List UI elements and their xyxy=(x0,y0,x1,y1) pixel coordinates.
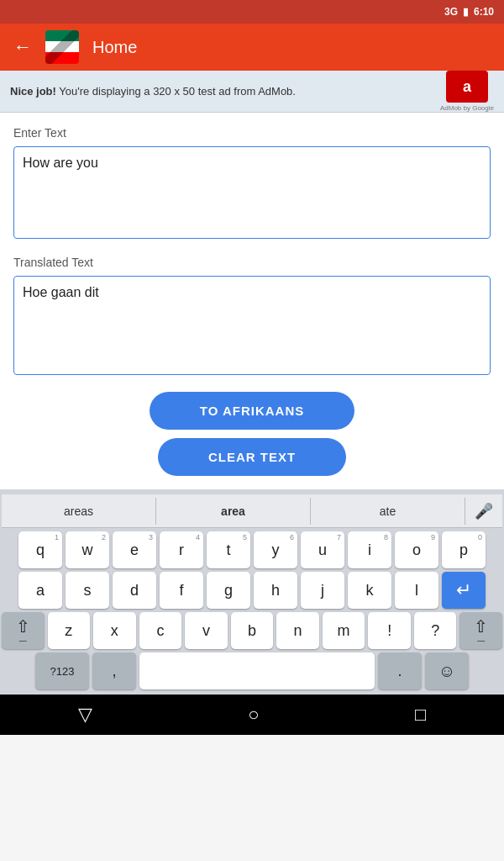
key-z[interactable]: z xyxy=(48,612,91,649)
key-y[interactable]: 6y xyxy=(254,531,297,568)
admob-sub-label: AdMob by Google xyxy=(440,104,494,112)
keyboard-row-3: ⇧— z x c v b n m ! ? ⇧— xyxy=(2,612,502,649)
nav-bar: ▽ ○ □ xyxy=(0,695,504,735)
app-bar: ← Home xyxy=(0,24,504,71)
app-title: Home xyxy=(92,38,137,57)
key-c[interactable]: c xyxy=(139,612,182,649)
battery-icon: ▮ xyxy=(463,6,469,18)
main-content: Enter Text How are you Translated Text H… xyxy=(0,113,504,489)
ad-bold-text: Nice job! xyxy=(10,85,56,98)
suggestion-areas[interactable]: areas xyxy=(2,498,156,525)
ad-body-text: You're displaying a 320 x 50 xyxy=(56,85,195,98)
key-n[interactable]: n xyxy=(276,612,319,649)
keyboard: areas area ate 🎤 1q 2w 3e 4r 5t 6y 7u 8i… xyxy=(0,489,504,695)
key-t[interactable]: 5t xyxy=(207,531,250,568)
key-s[interactable]: s xyxy=(66,572,109,609)
signal-icon: 3G xyxy=(444,6,458,18)
admob-logo-container: a AdMob by Google xyxy=(440,71,494,112)
comma-key[interactable]: , xyxy=(92,652,136,689)
input-text-field[interactable]: How are you xyxy=(13,146,491,239)
key-e[interactable]: 3e xyxy=(113,531,156,568)
key-u[interactable]: 7u xyxy=(301,531,344,568)
clear-text-button[interactable]: CLEAR TEXT xyxy=(158,438,346,476)
admob-logo: a xyxy=(446,71,488,103)
shift-key[interactable]: ⇧— xyxy=(2,612,45,649)
key-i[interactable]: 8i xyxy=(348,531,391,568)
enter-key[interactable]: ↵ xyxy=(442,572,486,609)
translated-text-display: Hoe gaan dit xyxy=(13,276,491,375)
keyboard-row-1: 1q 2w 3e 4r 5t 6y 7u 8i 9o 0p xyxy=(2,531,502,568)
nav-back-icon[interactable]: ▽ xyxy=(78,704,92,726)
key-g[interactable]: g xyxy=(207,572,250,609)
suggestion-area[interactable]: area xyxy=(156,498,311,525)
key-o[interactable]: 9o xyxy=(395,531,438,568)
space-key[interactable] xyxy=(139,652,375,689)
nav-recent-icon[interactable]: □ xyxy=(415,704,426,726)
status-icons: 3G ▮ 6:10 xyxy=(444,6,494,18)
back-button[interactable]: ← xyxy=(13,38,32,56)
key-m[interactable]: m xyxy=(323,612,365,649)
key-h[interactable]: h xyxy=(254,572,297,609)
translated-label: Translated Text xyxy=(13,256,491,269)
ad-text: Nice job! You're displaying a 320 x 50 t… xyxy=(10,85,430,98)
key-exclaim[interactable]: ! xyxy=(368,612,411,649)
key-l[interactable]: l xyxy=(395,572,438,609)
key-a[interactable]: a xyxy=(18,572,62,609)
keyboard-suggestions-row: areas area ate 🎤 xyxy=(2,494,502,528)
key-w[interactable]: 2w xyxy=(66,531,109,568)
keyboard-row-2: a s d f g h j k l ↵ xyxy=(2,572,502,609)
key-k[interactable]: k xyxy=(348,572,391,609)
status-bar: 3G ▮ 6:10 xyxy=(0,0,504,24)
key-v[interactable]: v xyxy=(185,612,228,649)
key-q[interactable]: 1q xyxy=(18,531,62,568)
suggestion-ate[interactable]: ate xyxy=(311,498,465,525)
translated-section: Translated Text Hoe gaan dit xyxy=(13,256,491,375)
app-flag-icon xyxy=(45,30,79,64)
key-b[interactable]: b xyxy=(231,612,274,649)
ad-banner: Nice job! You're displaying a 320 x 50 t… xyxy=(0,71,504,113)
period-key[interactable]: . xyxy=(378,652,422,689)
key-f[interactable]: f xyxy=(160,572,203,609)
key-d[interactable]: d xyxy=(113,572,156,609)
enter-text-label: Enter Text xyxy=(13,126,491,140)
to-afrikaans-button[interactable]: TO AFRIKAANS xyxy=(150,392,355,430)
emoji-key[interactable]: ☺ xyxy=(425,652,469,689)
action-buttons: TO AFRIKAANS CLEAR TEXT xyxy=(13,392,491,476)
key-question[interactable]: ? xyxy=(414,612,457,649)
key-x[interactable]: x xyxy=(93,612,136,649)
shift-key-right[interactable]: ⇧— xyxy=(459,612,502,649)
mic-button[interactable]: 🎤 xyxy=(465,502,502,520)
sym-key[interactable]: ?123 xyxy=(35,652,89,689)
ad-source-text: test ad from AdMob. xyxy=(195,85,296,98)
time-display: 6:10 xyxy=(474,6,494,18)
key-r[interactable]: 4r xyxy=(160,531,203,568)
key-j[interactable]: j xyxy=(301,572,344,609)
nav-home-icon[interactable]: ○ xyxy=(248,704,259,726)
keyboard-row-4: ?123 , . ☺ xyxy=(2,652,502,689)
key-p[interactable]: 0p xyxy=(442,531,486,568)
